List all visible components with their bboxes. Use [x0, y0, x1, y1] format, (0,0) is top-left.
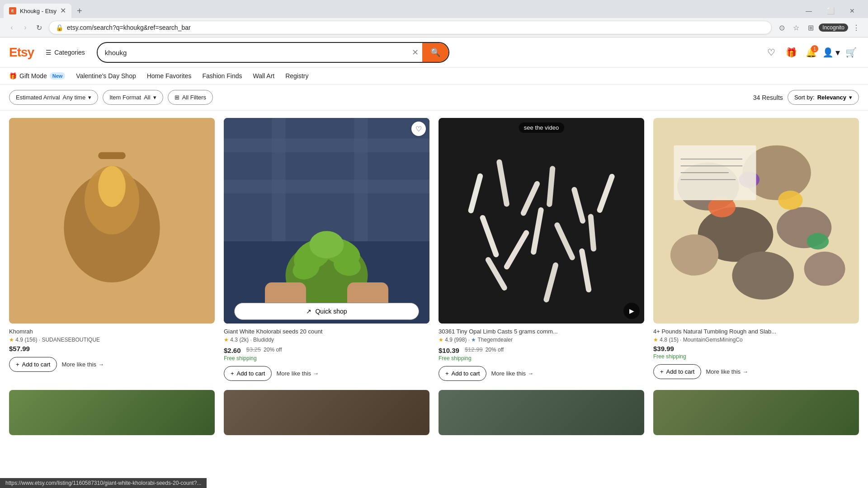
free-shipping-3: Free shipping	[439, 355, 644, 361]
product-title-2: Giant White Kholorabi seeds 20 count	[224, 328, 429, 335]
search-bar: ✕ 🔍	[97, 42, 449, 63]
browser-chrome: E Khoukg - Etsy ✕ + — ⬜ ✕ ‹ › ↻ 🔒 etsy.c…	[0, 0, 868, 38]
row2-card-1[interactable]	[9, 390, 215, 435]
product-seller-1: ★ 4.9 (156) · SUDANESEBOUTIQUE	[9, 337, 215, 343]
search-button[interactable]: 🔍	[422, 43, 448, 62]
nav-wall-art-label: Wall Art	[253, 72, 274, 80]
more-like-link-1[interactable]: More like this →	[61, 361, 104, 368]
row2-card-4[interactable]	[653, 390, 859, 435]
product-price-4: $39.99	[653, 345, 859, 352]
back-button[interactable]: ‹	[5, 21, 18, 34]
product-image-2[interactable]: ♡ ↗ Quick shop	[224, 118, 429, 324]
sort-button[interactable]: Sort by: Relevancy ▾	[788, 90, 859, 105]
svg-point-42	[804, 252, 845, 286]
user-dropdown-arrow: ▾	[835, 47, 840, 58]
rating-3: 4.9	[445, 337, 453, 343]
product-image-3[interactable]: see the video ▶	[439, 118, 644, 324]
more-like-link-4[interactable]: More like this →	[706, 368, 748, 375]
win-minimize-button[interactable]: —	[798, 5, 819, 17]
reader-mode-icon[interactable]: ⊙	[775, 21, 788, 34]
gift-icon[interactable]: 🎁	[783, 44, 799, 61]
estimated-arrival-filter[interactable]: Estimated Arrival Any time ▾	[9, 90, 98, 105]
tab-title: Khoukg - Etsy	[20, 8, 57, 14]
add-to-cart-button-1[interactable]: + Add to cart	[9, 357, 57, 372]
add-to-cart-button-2[interactable]: + Add to cart	[224, 366, 272, 381]
win-maximize-button[interactable]: ⬜	[820, 5, 841, 17]
stars-3: ★	[439, 337, 443, 343]
notification-badge: 1	[811, 45, 818, 52]
nav-item-fashion-finds[interactable]: Fashion Finds	[203, 72, 242, 80]
address-bar[interactable]: 🔒 etsy.com/search?q=khoukg&ref=search_ba…	[49, 21, 772, 34]
original-price-3: $12.99	[465, 346, 483, 353]
reload-button[interactable]: ↻	[33, 21, 45, 34]
review-count-3: (998) ·	[454, 337, 471, 343]
add-to-cart-button-3[interactable]: + Add to cart	[439, 366, 486, 381]
more-like-link-3[interactable]: More like this →	[491, 370, 533, 377]
all-filters-button[interactable]: ⊞ All Filters	[168, 90, 213, 105]
row2-card-3[interactable]	[439, 390, 644, 435]
nav-item-wall-art[interactable]: Wall Art	[253, 72, 274, 80]
cart-icon[interactable]: 🛒	[843, 44, 859, 61]
categories-button[interactable]: ☰ Categories	[41, 46, 90, 59]
more-like-label-2: More like this	[276, 370, 311, 377]
wishlist-button-2[interactable]: ♡	[411, 122, 426, 136]
wishlist-icon[interactable]: ♡	[763, 44, 779, 61]
item-format-chevron: ▾	[153, 94, 156, 101]
gift-mode-icon: 🎁	[9, 72, 17, 80]
product-title-4: 4+ Pounds Natural Tumbling Rough and Sla…	[653, 328, 859, 335]
etsy-nav: 🎁 Gift Mode New Valentine's Day Shop Hom…	[0, 68, 868, 84]
extension-icon[interactable]: ⊞	[804, 21, 817, 34]
search-clear-button[interactable]: ✕	[408, 44, 422, 61]
nav-item-registry[interactable]: Registry	[285, 72, 308, 80]
search-input[interactable]	[98, 44, 408, 61]
nav-item-valentines[interactable]: Valentine's Day Shop	[76, 72, 136, 80]
url-display: etsy.com/search?q=khoukg&ref=search_bar	[67, 24, 765, 31]
plus-icon-3: +	[445, 370, 449, 377]
win-close-button[interactable]: ✕	[842, 5, 863, 17]
estimated-arrival-chevron: ▾	[88, 94, 91, 101]
more-like-label-1: More like this	[61, 361, 96, 368]
nav-valentines-label: Valentine's Day Shop	[76, 72, 136, 80]
price-row-2: $2.60 $3.25 20% off	[224, 345, 429, 354]
header-icons: ♡ 🎁 🔔 1 👤▾ 🛒	[763, 44, 859, 61]
product-price-2: $2.60	[224, 347, 241, 354]
tab-favicon: E	[9, 7, 16, 14]
estimated-arrival-label: Estimated Arrival	[16, 94, 60, 101]
all-filters-label: All Filters	[182, 94, 206, 101]
nav-item-home-favorites[interactable]: Home Favorites	[147, 72, 192, 80]
nav-item-gift-mode[interactable]: 🎁 Gift Mode New	[9, 72, 65, 80]
free-shipping-2: Free shipping	[224, 355, 429, 361]
nav-home-favorites-label: Home Favorites	[147, 72, 192, 80]
nav-registry-label: Registry	[285, 72, 308, 80]
results-count: 34 Results	[753, 94, 783, 101]
etsy-header: Etsy ☰ Categories ✕ 🔍 ♡ 🎁 🔔 1 👤▾ 🛒	[0, 38, 868, 68]
products-row2	[9, 390, 859, 435]
free-shipping-4: Free shipping	[653, 353, 859, 360]
notification-icon[interactable]: 🔔 1	[803, 44, 819, 61]
product-image-1[interactable]	[9, 118, 215, 324]
quick-shop-button-2[interactable]: ↗ Quick shop	[234, 303, 420, 320]
plus-icon-2: +	[231, 370, 234, 377]
svg-point-3	[98, 166, 126, 207]
active-tab[interactable]: E Khoukg - Etsy ✕	[4, 4, 71, 18]
menu-icon[interactable]: ⋮	[850, 21, 863, 34]
play-button-3[interactable]: ▶	[623, 303, 640, 319]
product-image-4[interactable]	[653, 118, 859, 324]
product-card-4: 4+ Pounds Natural Tumbling Rough and Sla…	[653, 118, 859, 381]
bookmark-icon[interactable]: ☆	[790, 21, 802, 34]
sort-label: Sort by:	[794, 94, 815, 101]
rating-2: 4.3	[230, 337, 238, 343]
item-format-filter[interactable]: Item Format All ▾	[103, 90, 163, 105]
tab-close-button[interactable]: ✕	[60, 7, 66, 14]
row2-card-2[interactable]	[224, 390, 429, 435]
forward-button[interactable]: ›	[19, 21, 32, 34]
more-like-link-2[interactable]: More like this →	[276, 370, 319, 377]
new-tab-button[interactable]: +	[73, 5, 86, 17]
hamburger-icon: ☰	[46, 49, 52, 56]
rating-1: 4.9	[15, 337, 23, 343]
product-card-2: ♡ ↗ Quick shop Giant White Kholorabi see…	[224, 118, 429, 381]
rating-4: 4.8	[660, 337, 667, 343]
add-to-cart-button-4[interactable]: + Add to cart	[653, 364, 701, 379]
user-icon[interactable]: 👤▾	[823, 44, 839, 61]
etsy-logo[interactable]: Etsy	[9, 45, 34, 60]
